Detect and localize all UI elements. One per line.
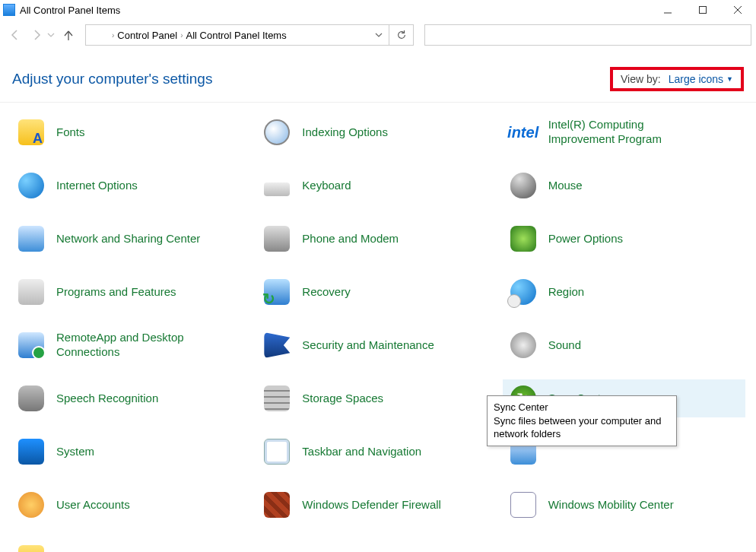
item-label: Internet Options	[56, 179, 138, 193]
view-by-dropdown[interactable]: Large icons ▼	[669, 73, 733, 85]
item-firewall[interactable]: Windows Defender Firewall	[256, 486, 499, 524]
item-programs-features[interactable]: Programs and Features	[11, 273, 253, 311]
item-label: Keyboard	[302, 179, 351, 193]
item-label: User Accounts	[56, 498, 130, 512]
page-title: Adjust your computer's settings	[12, 71, 212, 87]
back-button[interactable]	[5, 24, 26, 46]
item-remoteapp[interactable]: RemoteApp and Desktop Connections	[11, 326, 253, 364]
minimize-button[interactable]	[657, 3, 678, 17]
storage-icon	[262, 384, 291, 413]
user-accounts-icon	[17, 490, 46, 519]
remoteapp-icon	[17, 331, 46, 360]
item-user-accounts[interactable]: User Accounts	[11, 486, 253, 524]
fonts-icon	[17, 118, 46, 147]
view-by-value: Large icons	[669, 73, 723, 85]
item-label: Speech Recognition	[56, 392, 158, 406]
item-label: Intel(R) Computing Improvement Program	[548, 118, 708, 147]
header-row: Adjust your computer's settings View by:…	[0, 50, 756, 102]
network-sharing-icon	[17, 224, 46, 253]
chevron-right-icon: ›	[112, 31, 114, 40]
window-title: All Control Panel Items	[20, 5, 120, 16]
item-label: Mouse	[548, 179, 583, 193]
item-label: Security and Maintenance	[302, 338, 434, 353]
item-phone-modem[interactable]: Phone and Modem	[256, 220, 499, 258]
item-fonts[interactable]: Fonts	[11, 113, 253, 151]
tooltip-title: Sync Center	[494, 401, 670, 414]
work-folders-icon	[17, 544, 46, 552]
item-label: Taskbar and Navigation	[302, 445, 421, 459]
item-sound[interactable]: Sound	[503, 326, 745, 364]
breadcrumb-control-panel[interactable]: Control Panel	[117, 30, 177, 41]
internet-options-icon	[17, 171, 46, 200]
taskbar-icon	[262, 437, 291, 466]
indexing-icon	[262, 118, 291, 147]
security-icon	[262, 331, 291, 360]
refresh-button[interactable]	[389, 24, 414, 46]
tooltip-body: Sync files between your computer and net…	[494, 414, 670, 441]
item-label: Recovery	[302, 285, 350, 300]
item-intel[interactable]: intelIntel(R) Computing Improvement Prog…	[503, 113, 745, 151]
item-label: Storage Spaces	[302, 392, 383, 406]
power-icon	[509, 224, 538, 253]
sound-icon	[509, 331, 538, 360]
search-input[interactable]	[424, 24, 751, 46]
tooltip: Sync Center Sync files between your comp…	[487, 395, 677, 446]
item-internet-options[interactable]: Internet Options	[11, 167, 253, 205]
address-bar[interactable]: › Control Panel › All Control Panel Item…	[85, 24, 389, 46]
item-label: Sound	[548, 338, 581, 353]
item-label: Phone and Modem	[302, 232, 399, 246]
item-speech[interactable]: Speech Recognition	[11, 379, 253, 417]
item-indexing[interactable]: Indexing Options	[256, 113, 499, 151]
maximize-button[interactable]	[692, 3, 713, 17]
mobility-icon	[509, 490, 538, 519]
item-label: Windows Defender Firewall	[302, 498, 441, 512]
item-label: Programs and Features	[56, 285, 176, 300]
titlebar: All Control Panel Items	[0, 0, 756, 20]
navbar: › Control Panel › All Control Panel Item…	[0, 20, 756, 50]
recovery-icon	[262, 278, 291, 306]
item-label: Fonts	[56, 125, 85, 140]
item-system[interactable]: System	[11, 433, 253, 471]
control-panel-icon	[92, 29, 104, 41]
system-icon	[17, 437, 46, 466]
item-label: Power Options	[548, 232, 623, 246]
item-power[interactable]: Power Options	[503, 220, 745, 258]
phone-modem-icon	[262, 224, 291, 253]
item-mouse[interactable]: Mouse	[503, 167, 745, 205]
item-label: Region	[548, 285, 585, 300]
recent-dropdown[interactable]	[47, 30, 58, 41]
keyboard-icon	[262, 171, 291, 200]
programs-features-icon	[17, 278, 46, 306]
item-label: System	[56, 445, 94, 459]
item-label: Network and Sharing Center	[56, 232, 200, 246]
firewall-icon	[262, 490, 291, 519]
item-mobility[interactable]: Windows Mobility Center	[503, 486, 745, 524]
item-label: Windows Mobility Center	[548, 498, 674, 512]
forward-button[interactable]	[26, 24, 47, 46]
item-label: RemoteApp and Desktop Connections	[56, 331, 216, 360]
mouse-icon	[509, 171, 538, 200]
item-network-sharing[interactable]: Network and Sharing Center	[11, 220, 253, 258]
item-security[interactable]: Security and Maintenance	[256, 326, 499, 364]
address-dropdown[interactable]	[375, 30, 383, 41]
item-keyboard[interactable]: Keyboard	[256, 167, 499, 205]
chevron-down-icon: ▼	[726, 75, 733, 83]
breadcrumb-all-items[interactable]: All Control Panel Items	[186, 30, 286, 41]
region-icon	[509, 278, 538, 306]
item-label: Indexing Options	[302, 125, 388, 140]
close-button[interactable]	[727, 3, 748, 17]
item-storage[interactable]: Storage Spaces	[256, 379, 499, 417]
control-panel-icon	[3, 4, 15, 16]
view-by-label: View by:	[621, 73, 661, 85]
speech-icon	[17, 384, 46, 413]
item-taskbar[interactable]: Taskbar and Navigation	[256, 433, 499, 471]
svg-rect-1	[700, 7, 707, 14]
view-by-control-highlight: View by: Large icons ▼	[610, 67, 744, 91]
items-grid: FontsIndexing OptionsintelIntel(R) Compu…	[0, 103, 756, 552]
item-recovery[interactable]: Recovery	[256, 273, 499, 311]
item-region[interactable]: Region	[503, 273, 745, 311]
chevron-right-icon: ›	[180, 31, 183, 40]
item-work-folders[interactable]: Work Folders	[11, 539, 253, 552]
intel-icon: intel	[509, 118, 538, 147]
up-button[interactable]	[58, 24, 79, 46]
